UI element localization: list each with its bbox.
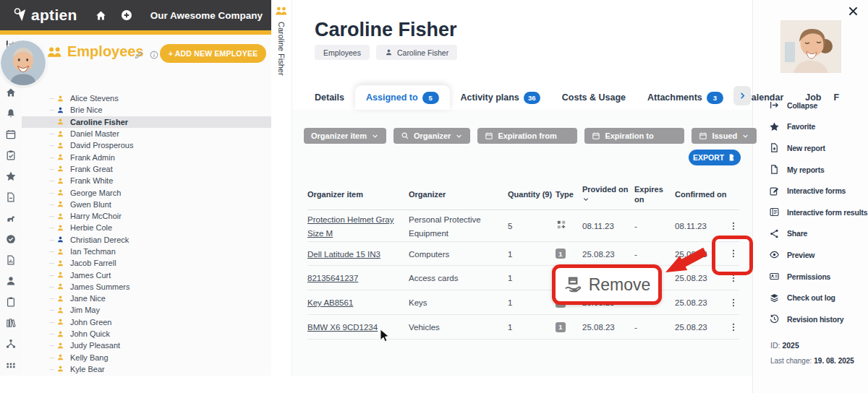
column-header-expires-on[interactable]: Expires on <box>634 185 675 205</box>
filter-expiration-from[interactable]: Expiration from <box>477 128 577 144</box>
tab-assigned-to[interactable]: Assigned to5 <box>355 85 450 110</box>
employee-list-item[interactable]: Harry McChoir <box>22 210 271 222</box>
sidebar-item-preview[interactable]: Preview <box>769 244 867 266</box>
employee-list-item[interactable]: Herbie Cole <box>22 222 271 233</box>
sidebar-item-permissions[interactable]: Permissions <box>769 266 867 288</box>
add-new-employee-button[interactable]: + ADD NEW EMPLOYEE <box>160 44 266 63</box>
aptien-logo[interactable]: aptien <box>13 7 77 24</box>
employee-list-item[interactable]: John Quick <box>22 328 271 340</box>
sidebar-item-new-report[interactable]: New report <box>769 137 867 159</box>
tree-line <box>49 122 54 123</box>
clipboard-icon[interactable] <box>5 296 17 308</box>
grid-dots-icon[interactable] <box>5 359 17 371</box>
organizer-item-link[interactable]: Dell Latitude 15 IN3 <box>307 250 380 259</box>
add-new-icon[interactable] <box>120 9 133 22</box>
column-header-quantity-9[interactable]: Quantity (9) <box>508 190 556 200</box>
organizer-item-link[interactable]: Protection Helmet Gray Size M <box>307 215 394 238</box>
tab-attachments[interactable]: Attachments3 <box>637 85 734 110</box>
info-icon[interactable] <box>149 50 159 60</box>
current-user-avatar[interactable] <box>1 40 46 85</box>
employee-name: Christian Dereck <box>70 236 129 244</box>
employee-list-item[interactable]: Ian Techman <box>22 246 271 257</box>
employee-name: Jane Nice <box>70 294 106 303</box>
sidebar-item-interactive-forms[interactable]: Interactive forms <box>769 180 867 202</box>
employee-list-item[interactable]: Jane Nice <box>22 293 271 304</box>
sidebar-item-revision-history[interactable]: Revision history <box>769 308 867 330</box>
employee-list-item[interactable]: Judy Pleasant <box>22 340 271 351</box>
row-menu-kebab-icon[interactable] <box>728 221 739 231</box>
employee-list-item[interactable]: Frank White <box>22 175 271 186</box>
file-plus-icon <box>769 142 780 153</box>
employee-list-item[interactable]: Daniel Master <box>22 128 271 139</box>
employee-list-item[interactable]: Christian Dereck <box>22 234 271 246</box>
row-menu-kebab-icon[interactable] <box>728 298 739 308</box>
company-name[interactable]: Our Awesome Company <box>150 10 263 21</box>
employee-list-item[interactable]: Caroline Fisher <box>22 116 271 128</box>
star-icon[interactable] <box>5 170 17 182</box>
tab-costs-usage[interactable]: Costs & Usage <box>551 85 637 110</box>
edit-icon[interactable] <box>134 50 144 60</box>
network-icon[interactable] <box>5 338 17 350</box>
home-icon[interactable] <box>95 9 107 22</box>
employee-list-item[interactable]: James Curt <box>22 269 271 280</box>
employee-list-item[interactable]: Gwen Blunt <box>22 199 271 210</box>
organizer-item-link[interactable]: Key AB8561 <box>307 298 353 307</box>
clipboard-check-icon[interactable] <box>5 150 17 161</box>
tab-activity-plans[interactable]: Activity plans36 <box>450 85 551 110</box>
quantity-cell: 1 <box>508 298 512 307</box>
organizer-item-link[interactable]: 82135641237 <box>307 274 358 282</box>
employee-list-item[interactable]: Alice Stevens <box>22 92 271 104</box>
employee-list-item[interactable]: George March <box>22 186 271 198</box>
file-chart-icon[interactable] <box>5 254 17 266</box>
bell-icon[interactable] <box>5 108 17 119</box>
employee-list-item[interactable]: Jacob Farrell <box>22 257 271 269</box>
person-icon[interactable] <box>5 275 17 287</box>
tab-scroll-right-button[interactable] <box>733 86 751 105</box>
tab-f[interactable]: F <box>833 85 843 110</box>
filter-organizer[interactable]: Organizer <box>393 128 470 144</box>
sidebar-item-my-reports[interactable]: My reports <box>769 159 867 181</box>
remove-menu-callout[interactable]: Remove <box>552 264 662 305</box>
sidebar-item-label: Interactive form results <box>787 208 867 217</box>
calendar-icon[interactable] <box>5 129 17 140</box>
sort-chevron-icon[interactable] <box>582 196 590 203</box>
filter-expiration-to[interactable]: Expiration to <box>584 128 684 144</box>
vertical-record-tab[interactable]: Caroline Fisher <box>271 0 292 376</box>
sidebar-item-share[interactable]: Share <box>769 223 867 245</box>
breadcrumb-item-employees[interactable]: Employees <box>315 45 370 60</box>
sidebar-item-check-out-log[interactable]: Check out log <box>769 287 867 308</box>
tab-details[interactable]: Details <box>304 85 355 110</box>
breadcrumb-item-caroline-fisher[interactable]: Caroline Fisher <box>376 45 457 60</box>
tree-line <box>49 369 54 370</box>
sidebar-item-interactive-form-results[interactable]: Interactive form results <box>769 202 867 223</box>
filter-organizer-item[interactable]: Organizer item <box>304 128 386 144</box>
employee-list-item[interactable]: Frank Great <box>22 163 271 175</box>
tab-job[interactable]: Job <box>794 85 832 110</box>
employee-list-item[interactable]: James Summers <box>22 281 271 293</box>
column-header-type[interactable]: Type <box>556 190 582 200</box>
employee-list-item[interactable]: Frank Admin <box>22 151 271 163</box>
organizer-item-link[interactable]: BMW X6 9CD1234 <box>307 323 378 332</box>
employee-list-item[interactable]: Kyle Bear <box>22 363 271 375</box>
pet-icon[interactable] <box>5 212 17 224</box>
file-minus-icon[interactable] <box>5 191 17 203</box>
filter-issued[interactable]: Issued <box>692 128 757 144</box>
row-menu-kebab-icon[interactable] <box>728 322 739 332</box>
employee-list-item[interactable]: Kelly Bang <box>22 352 271 363</box>
export-button[interactable]: EXPORT <box>689 150 741 165</box>
tree-line <box>49 298 54 299</box>
sidebar-item-favorite[interactable]: Favorite <box>769 116 867 138</box>
check-circle-icon[interactable] <box>5 233 17 245</box>
person-icon <box>385 48 393 56</box>
books-icon[interactable] <box>5 317 17 329</box>
column-header-organizer[interactable]: Organizer <box>409 190 508 200</box>
column-header-confirmed-on[interactable]: Confirmed on <box>675 190 727 200</box>
employee-list-item[interactable]: John Green <box>22 316 271 328</box>
column-header-organizer-item[interactable]: Organizer item <box>307 190 409 200</box>
column-header-provided-on[interactable]: Provided on <box>582 185 634 206</box>
employee-list-item[interactable]: David Prosperous <box>22 139 271 151</box>
close-icon[interactable] <box>847 5 859 17</box>
employee-list-item[interactable]: Jim May <box>22 304 271 316</box>
home-icon[interactable] <box>5 87 17 98</box>
employee-list-item[interactable]: Brie Nice <box>22 104 271 116</box>
